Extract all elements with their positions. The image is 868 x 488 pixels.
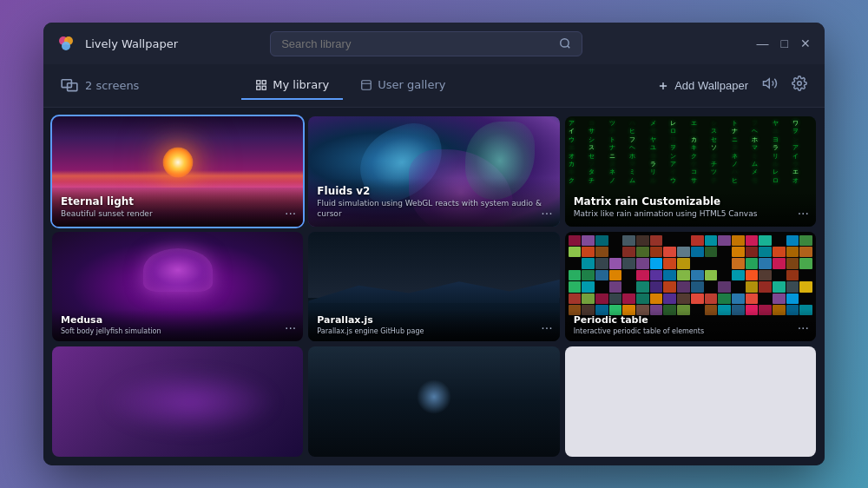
screens-label: 2 screens	[85, 79, 139, 92]
wallpaper-card-row3-2[interactable]	[308, 346, 559, 457]
card-title: Fluids v2	[317, 185, 550, 197]
svg-rect-8	[262, 80, 266, 83]
tab-user-gallery[interactable]: User gallery	[346, 71, 459, 100]
card-more-button[interactable]: ···	[285, 208, 296, 220]
wallpaper-card-periodic-table[interactable]: Periodic table Interactive periodic tabl…	[565, 232, 816, 342]
nav-tabs: My library User gallery	[241, 71, 459, 100]
card-more-button[interactable]: ···	[798, 208, 809, 220]
window-controls: — □ ✕	[757, 37, 811, 49]
wallpaper-card-row3-1[interactable]	[52, 346, 303, 457]
card-overlay: Periodic table Interactive periodic tabl…	[565, 309, 816, 341]
card-more-button[interactable]: ···	[541, 322, 552, 334]
card-title: Periodic table	[574, 314, 807, 326]
periodic-table-visual	[569, 235, 812, 316]
card-desc: Interactive periodic table of elements	[574, 327, 807, 336]
card-title: Parallax.js	[317, 314, 550, 326]
card-desc: Fluid simulation using WebGL reacts with…	[317, 199, 550, 219]
settings-button[interactable]	[792, 76, 807, 96]
search-bar[interactable]	[270, 31, 582, 56]
card-title: Eternal light	[61, 195, 294, 208]
jellyfish-visual	[143, 248, 213, 318]
card-more-button[interactable]: ···	[285, 322, 296, 334]
card-overlay: Matrix rain Customizable Matrix like rai…	[565, 188, 816, 227]
app-title: Lively Wallpaper	[85, 37, 178, 50]
card-overlay: Eternal light Beautiful sunset render	[52, 188, 303, 227]
card-overlay: Parallax.js Parallax.js engine GitHub pa…	[308, 309, 559, 341]
svg-rect-11	[362, 80, 372, 89]
card-desc: Parallax.js engine GitHub page	[317, 327, 550, 336]
card-overlay: Medusa Soft body jellyfish simulation	[52, 309, 303, 341]
screens-icon	[61, 79, 78, 93]
search-input[interactable]	[281, 37, 552, 50]
maximize-button[interactable]: □	[781, 37, 788, 49]
app-logo-icon	[57, 35, 75, 52]
app-window: Lively Wallpaper — □ ✕ 2 screens	[43, 23, 825, 465]
svg-point-3	[561, 39, 569, 47]
tab-my-library[interactable]: My library	[241, 71, 343, 100]
svg-rect-10	[262, 86, 266, 89]
tab-user-gallery-label: User gallery	[378, 78, 445, 91]
content-grid: Eternal light Beautiful sunset render ··…	[43, 108, 825, 465]
wallpaper-card-matrix-rain[interactable]: アイウエオカキク コサシスセソタチ ツテトナニヌネノ ハヒフヘホマミム メモヤユ…	[565, 116, 816, 227]
card-more-button[interactable]: ···	[541, 208, 552, 220]
card-desc: Soft body jellyfish simulation	[61, 327, 294, 336]
volume-button[interactable]	[762, 76, 778, 96]
wallpaper-card-fluids-v2[interactable]: Fluids v2 Fluid simulation using WebGL r…	[308, 116, 559, 227]
search-icon	[559, 37, 571, 49]
title-bar: Lively Wallpaper — □ ✕	[43, 23, 825, 64]
plus-icon	[657, 80, 669, 92]
wallpaper-card-medusa[interactable]: Medusa Soft body jellyfish simulation ··…	[52, 232, 303, 342]
card-more-button[interactable]: ···	[798, 322, 809, 334]
toolbar: 2 screens My library User gallery	[43, 64, 825, 108]
gallery-icon	[360, 79, 372, 91]
add-wallpaper-button[interactable]: Add Wallpaper	[657, 79, 748, 92]
add-wallpaper-label: Add Wallpaper	[674, 79, 748, 92]
svg-point-15	[798, 82, 802, 86]
card-desc: Beautiful sunset render	[61, 209, 294, 220]
svg-rect-7	[257, 80, 260, 83]
svg-marker-14	[764, 79, 770, 89]
close-button[interactable]: ✕	[800, 37, 811, 49]
card-overlay: Fluids v2 Fluid simulation using WebGL r…	[308, 178, 559, 226]
tab-my-library-label: My library	[273, 78, 329, 91]
card-title: Matrix rain Customizable	[574, 195, 807, 208]
svg-point-2	[62, 42, 70, 50]
settings-icon	[792, 76, 807, 91]
wallpaper-card-parallax[interactable]: Parallax.js Parallax.js engine GitHub pa…	[308, 232, 559, 342]
minimize-button[interactable]: —	[757, 37, 769, 49]
card-desc: Matrix like rain animation using HTML5 C…	[574, 209, 807, 220]
card-title: Medusa	[61, 314, 294, 326]
grid-icon	[255, 79, 267, 91]
wallpaper-card-row3-3[interactable]	[565, 346, 816, 457]
wallpaper-card-eternal-light[interactable]: Eternal light Beautiful sunset render ··…	[52, 116, 303, 227]
toolbar-actions: Add Wallpaper	[657, 76, 807, 96]
screens-indicator: 2 screens	[61, 79, 139, 93]
volume-icon	[762, 76, 778, 91]
svg-line-4	[568, 46, 570, 49]
svg-rect-9	[257, 86, 260, 89]
